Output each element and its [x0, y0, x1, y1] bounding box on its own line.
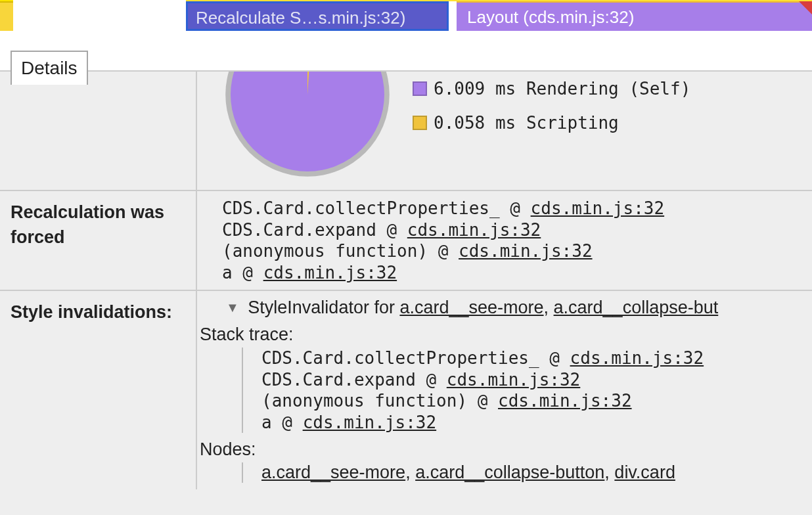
invalidation-stack-trace: CDS.Card.collectProperties_ @ cds.min.js… [242, 347, 809, 433]
invalidation-nodes: a.card__see-more, a.card__collapse-butto… [242, 462, 809, 483]
style-invalidations-content: ▼ StyleInvalidator for a.card__see-more,… [197, 291, 812, 489]
source-link[interactable]: cds.min.js:32 [447, 370, 581, 390]
aggregated-time-label [0, 72, 197, 190]
node-link[interactable]: a.card__collapse-button [415, 462, 604, 482]
source-link[interactable]: cds.min.js:32 [498, 391, 632, 411]
source-link[interactable]: cds.min.js:32 [263, 263, 397, 282]
node-link[interactable]: a.card__see-more [261, 462, 405, 482]
trace-line: CDS.Card.expand @ cds.min.js:32 [261, 369, 809, 391]
source-link[interactable]: cds.min.js:32 [531, 198, 665, 218]
node-link[interactable]: div.card [614, 462, 675, 482]
aggregated-time-content: 6.009 ms Rendering (Self) 0.058 ms Scrip… [197, 72, 812, 190]
time-pie-chart [222, 70, 393, 180]
stack-trace-heading: Stack trace: [200, 325, 809, 345]
source-link[interactable]: cds.min.js:32 [570, 348, 704, 368]
swatch-rendering-icon [413, 81, 427, 96]
flame-block-scripting[interactable] [0, 1, 13, 31]
node-link[interactable]: a.card__see-more [399, 298, 543, 317]
legend-rendering: 6.009 ms Rendering (Self) [413, 72, 690, 106]
forced-recalculation-row: Recalculation was forced CDS.Card.collec… [0, 191, 812, 291]
flame-block-layout[interactable]: Layout (cds.min.js:32) [457, 1, 812, 31]
trace-line: CDS.Card.collectProperties_ @ cds.min.js… [261, 347, 809, 369]
disclosure-triangle-icon[interactable]: ▼ [226, 300, 239, 315]
source-link[interactable]: cds.min.js:32 [407, 220, 541, 240]
style-invalidations-row: Style invalidations: ▼ StyleInvalidator … [0, 291, 812, 489]
trace-line: (anonymous function) @ cds.min.js:32 [222, 240, 809, 262]
legend-scripting: 0.058 ms Scripting [413, 106, 690, 140]
invalidator-tree-item[interactable]: ▼ StyleInvalidator for a.card__see-more,… [200, 298, 809, 318]
legend-scripting-text: 0.058 ms Scripting [434, 106, 619, 140]
trace-line: (anonymous function) @ cds.min.js:32 [261, 390, 809, 412]
tab-details[interactable]: Details [11, 51, 88, 85]
swatch-scripting-icon [413, 116, 427, 130]
node-link[interactable]: a.card__collapse-but [554, 298, 719, 317]
source-link[interactable]: cds.min.js:32 [303, 413, 437, 432]
pie-legend: 6.009 ms Rendering (Self) 0.058 ms Scrip… [413, 72, 690, 140]
trace-line: a @ cds.min.js:32 [222, 262, 809, 284]
legend-rendering-text: 6.009 ms Rendering (Self) [434, 72, 690, 106]
trace-line: CDS.Card.collectProperties_ @ cds.min.js… [222, 198, 809, 219]
forced-recalculation-label: Recalculation was forced [0, 191, 197, 290]
forced-recalculation-trace: CDS.Card.collectProperties_ @ cds.min.js… [197, 191, 812, 290]
source-link[interactable]: cds.min.js:32 [459, 241, 593, 261]
flame-block-recalculate-style[interactable]: Recalculate S…s.min.js:32) [186, 1, 449, 31]
nodes-heading: Nodes: [200, 439, 809, 460]
invalidator-heading-prefix: StyleInvalidator for [248, 298, 399, 317]
tabs-row: Details [0, 31, 812, 70]
aggregated-time-row: 6.009 ms Rendering (Self) 0.058 ms Scrip… [0, 72, 812, 191]
details-panel: 6.009 ms Rendering (Self) 0.058 ms Scrip… [0, 70, 812, 515]
flame-row: Recalculate S…s.min.js:32) Layout (cds.m… [0, 1, 812, 31]
layout-warning-icon [799, 1, 812, 14]
trace-line: a @ cds.min.js:32 [261, 412, 809, 434]
style-invalidations-label: Style invalidations: [0, 291, 197, 489]
trace-line: CDS.Card.expand @ cds.min.js:32 [222, 219, 809, 241]
